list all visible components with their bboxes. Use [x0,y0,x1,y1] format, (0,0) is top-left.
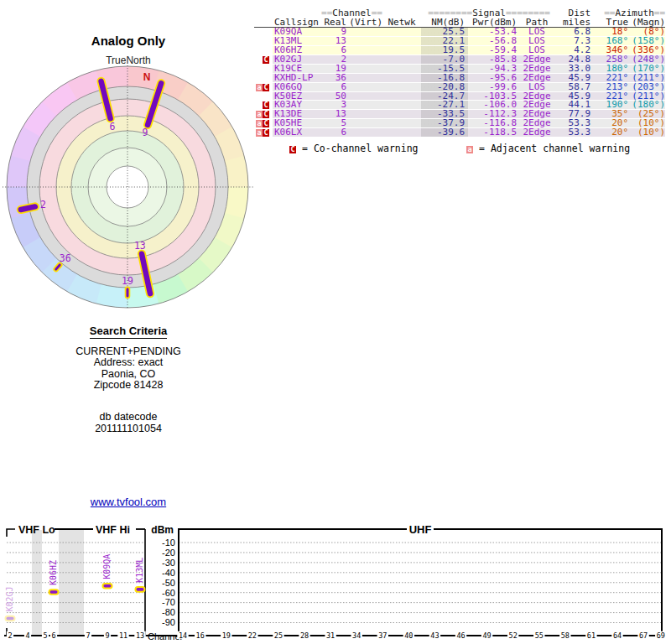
cell-adjacent-badge [254,55,263,64]
cell-virtual-channel [346,91,382,101]
signal-marker-callsign: K02GJ [5,586,14,611]
cell-cochannel-badge: C [263,101,273,110]
channel-tick-label: 69 [657,631,665,640]
channel-tick-label: 40 [404,631,413,640]
co-channel-badge: C [263,84,269,91]
y-tick-label: -20 [162,548,175,558]
cell-virtual-channel [346,128,382,138]
cell-cochannel-badge [263,91,273,101]
cell-real-channel: 6 [321,128,346,138]
cell-true-azimuth: 20° [590,128,628,138]
channel-tick-label: 52 [509,631,518,640]
vhf-lo-label: VHF Lo [18,524,55,536]
cell-cochannel-badge [263,73,273,82]
cell-virtual-channel [346,36,382,45]
y-tick-label: -70 [162,597,175,607]
cell-adjacent-badge: a [254,82,263,91]
cell-cochannel-badge [263,64,273,73]
adjacent-channel-badge: a [256,129,263,137]
radar-marker [21,206,35,210]
cell-network [382,110,421,119]
criteria-city: Paonia, CO [0,369,257,381]
cell-cochannel-badge: C [263,82,273,91]
cell-virtual-channel [346,64,382,73]
signal-marker [49,589,59,595]
channel-tick-label: 43 [430,631,439,640]
channel-tick-label: 34 [352,631,361,640]
band-chart: -10-20-30-40-50-60-70-80-90VHF LoVHF HiU… [0,517,671,644]
criteria-zip: Zipcode 81428 [0,380,257,392]
radar-marker-channel-label: 9 [143,127,148,138]
spacer [254,8,263,18]
db-datecode-value: 201111101054 [0,423,257,435]
cell-virtual-channel [346,28,382,37]
spacer [254,18,263,28]
cell-network [382,119,421,128]
signal-marker-callsign: K09QA [102,554,112,579]
adjacent-channel-badge: a [256,84,263,91]
channel-tick-label: 14 [179,631,187,640]
cell-cochannel-badge: C [263,128,273,138]
y-tick-label: -80 [162,607,175,617]
channel-tick-label: 9 [105,631,109,640]
tvfool-report: Analog Only TrueNorth N961321936 ==Chann… [0,0,671,644]
channel-tick-label: 28 [300,631,309,640]
channel-tick-label: 67 [639,631,648,640]
cell-adjacent-badge [254,45,263,55]
warning-legend: C = Co-channel warning a = Adjacent chan… [0,143,671,154]
cell-virtual-channel [346,101,382,110]
cell-network [382,128,421,138]
channel-tick-label: 13 [136,631,144,640]
cell-network [382,45,421,55]
co-channel-badge: C [263,120,269,127]
tvfool-link[interactable]: www.tvfool.com [91,496,166,508]
vhf-hi-label: VHF Hi [96,524,130,536]
channel-tick-label: 19 [222,631,231,640]
signal-marker [136,587,145,592]
spacer [263,18,273,28]
co-channel-badge: C [289,146,296,153]
cell-adjacent-badge: a [254,119,263,128]
y-tick-label: -30 [162,558,175,568]
cell-cochannel-badge [263,45,273,55]
y-tick-label: -90 [162,617,175,627]
channel-tick-label: 55 [535,631,544,640]
cell-adjacent-badge: a [254,110,263,119]
signal-marker [6,616,15,621]
channel-tick-label: 58 [561,631,570,640]
signal-marker-callsign: K13ML [135,558,144,583]
table-row: aCK06LX6-39.6-118.52Edge53.320°(10°) [254,128,665,138]
cell-cochannel-badge: C [263,55,273,64]
channel-tick-label: 7 [86,631,90,640]
cell-callsign: K06LX [273,128,321,138]
cell-network [382,55,421,64]
cell-virtual-channel [346,119,382,128]
radar-marker-channel-label: 19 [122,275,133,287]
adjacent-channel-badge: a [466,146,473,153]
co-channel-badge: C [263,129,269,137]
radar-marker-channel-label: 13 [134,240,146,252]
spacer [263,8,273,18]
channel-tick-label: 25 [274,631,283,640]
cell-adjacent-badge [254,36,263,45]
cell-network [382,101,421,110]
channel-tick-label: 31 [326,631,335,640]
criteria-address: Address: exact [0,357,257,369]
y-tick-label: -50 [162,578,175,588]
cell-adjacent-badge [254,64,263,73]
adjacent-channel-legend-text: = Adjacent channel warning [479,143,630,154]
co-channel-badge: C [263,111,269,118]
cell-cochannel-badge: C [263,110,273,119]
channel-tick-label: 4 [25,631,29,640]
radar-marker-channel-label: 6 [110,121,116,132]
cell-cochannel-badge: C [263,119,273,128]
channel-tick-label: 64 [613,631,622,640]
magnetic-north-label: N [143,71,151,83]
cell-cochannel-badge [263,36,273,45]
channel-tick-label: 46 [456,631,465,640]
cell-adjacent-badge [254,101,263,110]
uhf-border-top-right [434,529,662,636]
cell-network [382,64,421,73]
cell-network [382,73,421,82]
cell-path: 2Edge [517,128,557,138]
